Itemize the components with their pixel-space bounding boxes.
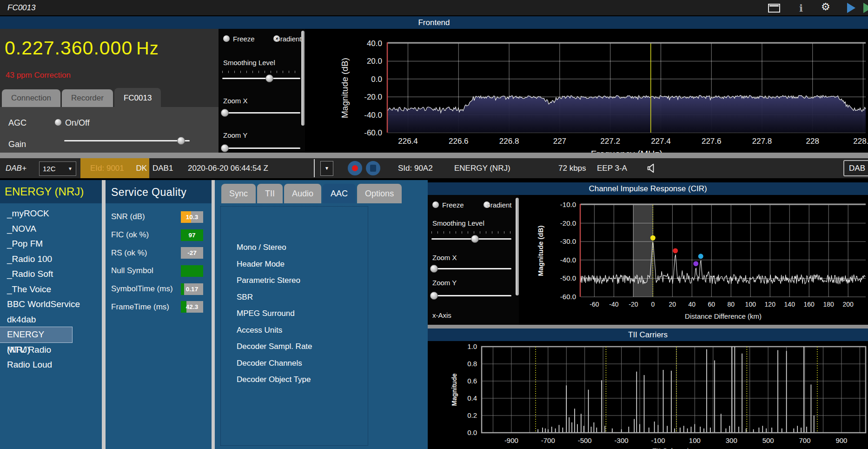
cir-smoothing-thumb[interactable]	[471, 235, 479, 243]
frontend-section-header: Frontend	[0, 16, 868, 29]
tii-plot[interactable]: 0.00.20.40.60.81.0-900-700-500-300-10010…	[428, 341, 868, 449]
cir-plot[interactable]: -10.0-20.0-30.0-40.0-50.0-60.0-60-40-200…	[521, 195, 868, 325]
spectrum-zoomy-thumb[interactable]	[221, 144, 229, 152]
aac-item[interactable]: Decoder Object Type	[237, 371, 368, 388]
channel-select[interactable]: 12C ▼	[39, 161, 76, 176]
quality-label: SNR (dB)	[111, 212, 145, 221]
play-secondary-icon[interactable]	[863, 3, 868, 13]
sidebar-item[interactable]: _myROCK	[0, 206, 102, 221]
agc-label: AGC	[8, 118, 27, 128]
play-icon[interactable]	[847, 3, 855, 13]
quality-value-box: 97	[181, 229, 203, 241]
sidebar-item[interactable]: _Radio Soft	[0, 267, 102, 282]
gear-icon[interactable]: ⚙	[821, 2, 830, 12]
sidebar-item[interactable]: _Radio 100	[0, 252, 102, 267]
tab-sync[interactable]: Sync	[221, 184, 256, 203]
quality-value	[181, 265, 203, 277]
quality-value: 97	[181, 229, 203, 241]
sidebar-item[interactable]: BBC WorldService	[0, 297, 102, 312]
spectrum-controls-scrollbar[interactable]	[301, 31, 305, 126]
ensemble-id-block: EId: 9001 DK	[80, 158, 149, 178]
sidebar-item[interactable]: ENERGY (NRJ)	[0, 327, 72, 342]
tab-aac[interactable]: AAC	[323, 184, 356, 203]
svg-text:TII Subcarrier: TII Subcarrier	[653, 447, 695, 449]
aac-item[interactable]: Access Units	[237, 322, 368, 339]
frequency-unit: Hz	[136, 39, 159, 58]
selected-service-header: ENERGY (NRJ)	[0, 180, 102, 203]
record-icon	[352, 165, 358, 171]
cir-zoomy-thumb[interactable]	[430, 292, 438, 300]
dab-corner-button[interactable]: DAB	[843, 160, 868, 176]
tab-options[interactable]: Options	[357, 184, 402, 203]
aac-item[interactable]: MPEG Surround	[237, 305, 368, 322]
aac-item[interactable]: Decoder Channels	[237, 355, 368, 372]
tab-recorder[interactable]: Recorder	[62, 89, 113, 107]
tab-tii[interactable]: TII	[257, 184, 283, 203]
tab-fc0013[interactable]: FC0013	[114, 88, 161, 107]
cir-zoomx-thumb[interactable]	[430, 265, 438, 273]
service-list: _myROCK_NOVA_Pop FM_Radio 100_Radio Soft…	[0, 206, 102, 373]
cir-smoothing-slider[interactable]	[431, 235, 511, 242]
svg-text:226.8: 226.8	[499, 137, 519, 146]
spectrum-plot[interactable]: 40.020.00.0-20.0-40.0-60.0226.4226.6226.…	[307, 29, 868, 153]
spectrum-freeze-radio[interactable]	[223, 35, 230, 42]
service-quality-panel: Service Quality SNR (dB)10.3FIC (ok %)97…	[106, 180, 212, 449]
cir-tii-section: Channel Impulse Response (CIR) Freeze Gr…	[428, 178, 868, 449]
speaker-icon[interactable]	[645, 162, 658, 174]
quality-value: 42.3	[181, 301, 203, 313]
stop-button[interactable]	[366, 161, 380, 175]
svg-text:700: 700	[799, 436, 811, 444]
chevron-down-icon: ▼	[68, 166, 73, 171]
country-label: DK	[136, 164, 147, 173]
svg-text:-20: -20	[629, 301, 638, 308]
spectrum-controls-panel: Freeze Gradient Smoothing Level Zoom X Z…	[219, 29, 305, 153]
dab-status-bar: DAB+ 12C ▼ EId: 9001 DK DAB1 2020-06-20 …	[0, 158, 868, 178]
svg-text:Magnitude (dB): Magnitude (dB)	[340, 58, 350, 118]
sidebar-item[interactable]: _The Voice	[0, 282, 102, 297]
tab-connection[interactable]: Connection	[2, 89, 60, 107]
aac-item[interactable]: Parametric Stereo	[237, 272, 368, 289]
window-restore-icon[interactable]	[768, 3, 780, 13]
aac-item[interactable]: Decoder Sampl. Rate	[237, 338, 368, 355]
spectrum-smoothing-thumb[interactable]	[265, 74, 273, 82]
quality-value: -27	[181, 247, 203, 259]
horizontal-splitter[interactable]	[428, 325, 868, 328]
sidebar-item[interactable]: MTV Radio	[0, 342, 102, 358]
aac-item[interactable]: SBR	[237, 289, 368, 306]
spectrum-smoothing-slider[interactable]	[222, 74, 300, 82]
panel-divider[interactable]	[212, 180, 215, 449]
svg-text:228: 228	[806, 137, 819, 146]
cir-smoothing-label: Smoothing Level	[432, 219, 484, 227]
tab-audio[interactable]: Audio	[284, 184, 321, 203]
aac-item[interactable]: Header Mode	[237, 256, 368, 273]
svg-text:-60.0: -60.0	[364, 128, 382, 137]
cir-zoomy-slider[interactable]	[431, 292, 511, 299]
cir-zoomx-slider[interactable]	[431, 265, 511, 272]
spectrum-zoomy-slider[interactable]	[222, 144, 300, 152]
spectrum-zoomx-thumb[interactable]	[221, 109, 229, 117]
panel-divider[interactable]	[102, 180, 106, 449]
info-icon[interactable]: i	[799, 3, 803, 13]
gain-slider-thumb[interactable]	[177, 137, 185, 145]
record-button[interactable]	[348, 161, 362, 175]
separator	[314, 159, 315, 177]
quality-row: RS (ok %)-27	[106, 244, 212, 262]
dropdown-button[interactable]: ▼	[320, 161, 333, 176]
sidebar-item[interactable]: _NOVA	[0, 221, 102, 237]
quality-row: Null Symbol	[106, 262, 212, 280]
sidebar-item[interactable]: _Pop FM	[0, 236, 102, 252]
gain-slider[interactable]	[64, 137, 190, 144]
quality-label: FIC (ok %)	[111, 230, 149, 240]
svg-text:0.6: 0.6	[467, 377, 477, 385]
svg-text:120: 120	[765, 301, 776, 308]
aac-item[interactable]: Mono / Stereo	[237, 239, 368, 256]
sidebar-item[interactable]: Radio Loud	[0, 357, 102, 373]
agc-toggle-radio[interactable]	[55, 119, 61, 126]
spectrum-zoomx-slider[interactable]	[222, 109, 300, 116]
horizontal-splitter[interactable]	[0, 153, 868, 158]
cir-freeze-radio[interactable]	[432, 201, 439, 208]
cir-controls-scrollbar[interactable]	[516, 198, 519, 295]
quality-value: 10.3	[181, 211, 203, 223]
svg-text:-50.0: -50.0	[560, 274, 576, 282]
sidebar-item[interactable]: dk4dab	[0, 312, 102, 328]
